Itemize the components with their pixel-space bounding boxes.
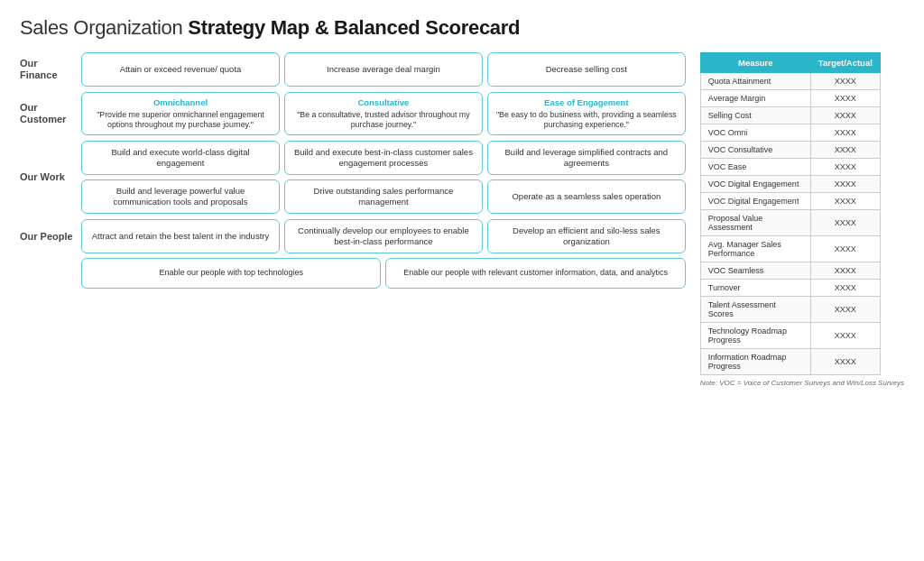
work-cells-top: Build and execute world-class digital en… [81,141,686,175]
scorecard-value: XXXX [810,124,880,142]
scorecard-row: Quota AttainmentXXXX [700,73,880,90]
scorecard-measure: VOC Ease [700,159,810,176]
scorecard-value: XXXX [810,159,880,176]
scorecard-value: XXXX [810,280,880,297]
scorecard-row: Technology Roadmap ProgressXXXX [700,323,880,349]
scorecard-measure: VOC Omni [700,124,810,142]
customer-cell-1: Consultative "Be a consultative, trusted… [284,92,483,135]
customer-label: Our Customer [20,92,81,135]
customer-cell-0: Omnichannel "Provide me superior omnicha… [81,92,280,135]
scorecard-measure: Average Margin [700,90,810,107]
scorecard-wrapper: Measure Target/Actual Quota AttainmentXX… [700,52,904,387]
scorecard-measure: Information Roadmap Progress [700,349,810,375]
people-cells: Attract and retain the best talent in th… [81,219,686,253]
scorecard-row: VOC ConsultativeXXXX [700,142,880,159]
customer-cells: Omnichannel "Provide me superior omnicha… [81,92,686,135]
scorecard-measure: Selling Cost [700,107,810,124]
scorecard-measure: VOC Seamless [700,262,810,280]
people-row: Our People Attract and retain the best t… [20,219,686,289]
scorecard-measure: Proposal Value Assessment [700,210,810,236]
people-cell-1: Continually develop our employees to ena… [284,219,483,253]
scorecard-header-target: Target/Actual [810,53,880,73]
scorecard-value: XXXX [810,73,880,90]
strategy-map: Our Finance Attain or exceed revenue/ qu… [20,52,686,290]
finance-row: Our Finance Attain or exceed revenue/ qu… [20,52,686,87]
main-layout: Our Finance Attain or exceed revenue/ qu… [20,52,904,387]
scorecard-value: XXXX [810,90,880,107]
work-label: Our Work [20,171,81,183]
scorecard-measure: VOC Consultative [700,142,810,159]
work-cell-2: Build and leverage simplified contracts … [487,141,686,175]
people-cell-2: Develop an efficient and silo-less sales… [487,219,686,253]
people-cell-0: Attract and retain the best talent in th… [81,219,280,253]
scorecard-row: VOC OmniXXXX [700,124,880,142]
work-cell-0: Build and execute world-class digital en… [81,141,280,175]
scorecard-measure: Talent Assessment Scores [700,297,810,323]
people-sub-cell-1: Enable our people with relevant customer… [385,258,685,289]
people-label: Our People [20,231,81,243]
scorecard-row: VOC Digital EngagementXXXX [700,193,880,210]
scorecard-note: Note: VOC = Voice of Customer Surveys an… [700,379,904,387]
scorecard-value: XXXX [810,210,880,236]
scorecard-row: Average MarginXXXX [700,90,880,107]
scorecard-value: XXXX [810,176,880,193]
scorecard-value: XXXX [810,349,880,375]
scorecard-measure: VOC Digital Engagement [700,176,810,193]
work-cell-3: Build and leverage powerful value commun… [81,179,280,214]
finance-cell-1: Increase average deal margin [284,52,483,87]
finance-cell-0: Attain or exceed revenue/ quota [81,52,280,87]
work-cell-1: Build and execute best-in-class customer… [284,141,483,175]
scorecard-value: XXXX [810,107,880,124]
customer-row: Our Customer Omnichannel "Provide me sup… [20,92,686,135]
page: Sales Organization Strategy Map & Balanc… [0,0,924,561]
work-cell-5: Operate as a seamless sales operation [487,179,686,214]
scorecard-row: Proposal Value AssessmentXXXX [700,210,880,236]
scorecard-value: XXXX [810,193,880,210]
finance-label: Our Finance [20,52,81,87]
scorecard-measure: Technology Roadmap Progress [700,323,810,349]
scorecard-measure: Turnover [700,280,810,297]
scorecard-row: VOC SeamlessXXXX [700,262,880,280]
page-title: Sales Organization Strategy Map & Balanc… [20,16,904,40]
scorecard-row: VOC Digital EngagementXXXX [700,176,880,193]
scorecard-value: XXXX [810,297,880,323]
scorecard-value: XXXX [810,262,880,280]
scorecard-row: Talent Assessment ScoresXXXX [700,297,880,323]
scorecard-row: Avg. Manager Sales PerformanceXXXX [700,236,880,262]
customer-cell-2: Ease of Engagement "Be easy to do busine… [487,92,686,135]
scorecard-row: Information Roadmap ProgressXXXX [700,349,880,375]
scorecard-value: XXXX [810,323,880,349]
work-row: Our Work Build and execute world-class d… [20,141,686,214]
scorecard-row: VOC EaseXXXX [700,159,880,176]
finance-cell-2: Decrease selling cost [487,52,686,87]
people-sub-row: Enable our people with top technologies … [81,258,686,289]
work-cell-4: Drive outstanding sales performance mana… [284,179,483,214]
scorecard-header-measure: Measure [700,53,810,73]
scorecard-value: XXXX [810,236,880,262]
scorecard-row: Selling CostXXXX [700,107,880,124]
scorecard-value: XXXX [810,142,880,159]
people-sub-cell-0: Enable our people with top technologies [81,258,381,289]
work-cells-bottom: Build and leverage powerful value commun… [81,179,686,214]
scorecard-measure: Avg. Manager Sales Performance [700,236,810,262]
scorecard-table: Measure Target/Actual Quota AttainmentXX… [700,52,881,375]
scorecard-measure: VOC Digital Engagement [700,193,810,210]
scorecard-row: TurnoverXXXX [700,280,880,297]
scorecard-measure: Quota Attainment [700,73,810,90]
finance-cells: Attain or exceed revenue/ quota Increase… [81,52,686,87]
